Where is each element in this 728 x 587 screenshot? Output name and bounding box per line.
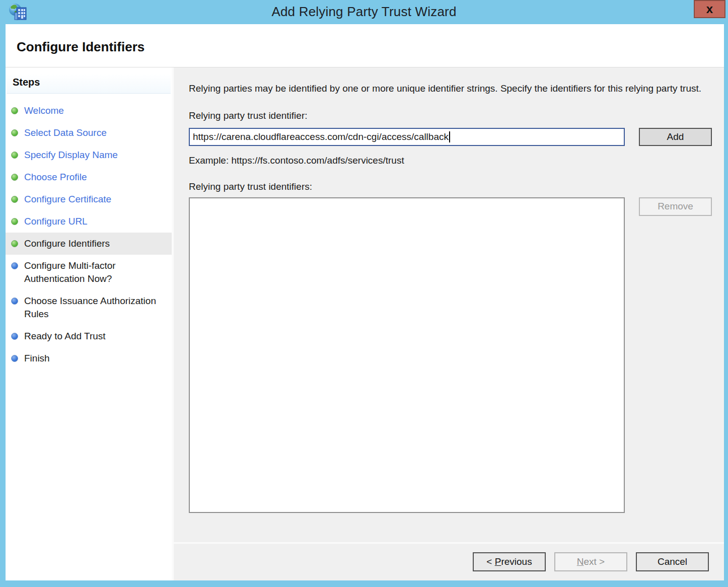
step-label: Welcome xyxy=(24,104,64,117)
page-description: Relying parties may be identified by one… xyxy=(189,82,707,95)
step-label: Configure Multi-factor Authentication No… xyxy=(24,259,170,285)
step-bullet-icon xyxy=(11,333,18,340)
step-label: Choose Profile xyxy=(24,171,87,184)
step-item-welcome: Welcome xyxy=(6,100,172,122)
step-bullet-icon xyxy=(11,355,18,362)
step-label: Configure URL xyxy=(24,215,88,228)
next-button[interactable]: Next > xyxy=(554,552,627,571)
step-bullet-icon xyxy=(11,240,18,247)
cancel-button[interactable]: Cancel xyxy=(636,552,709,571)
steps-panel: Steps WelcomeSelect Data SourceSpecify D… xyxy=(6,67,172,580)
page-title: Configure Identifiers xyxy=(6,24,724,55)
identifier-input[interactable]: https://carena.cloudflareaccess.com/cdn-… xyxy=(189,128,625,146)
window-title: Add Relying Party Trust Wizard xyxy=(0,0,728,24)
wizard-footer: < Previous Next > Cancel xyxy=(174,542,724,580)
step-item-choose-issuance-authorization-rules: Choose Issuance Authorization Rules xyxy=(6,290,172,325)
main-panel: Relying parties may be identified by one… xyxy=(172,67,724,580)
step-item-configure-identifiers: Configure Identifiers xyxy=(6,233,172,255)
example-text: Example: https://fs.contoso.com/adfs/ser… xyxy=(189,155,712,166)
step-label: Configure Certificate xyxy=(24,193,111,206)
step-bullet-icon xyxy=(11,129,18,136)
step-bullet-icon xyxy=(11,174,18,181)
remove-button[interactable]: Remove xyxy=(639,197,712,216)
steps-list: WelcomeSelect Data SourceSpecify Display… xyxy=(6,94,172,370)
step-item-configure-multi-factor-authentication-now: Configure Multi-factor Authentication No… xyxy=(6,255,172,290)
step-label: Ready to Add Trust xyxy=(24,330,106,343)
step-item-ready-to-add-trust: Ready to Add Trust xyxy=(6,325,172,347)
steps-panel-title: Steps xyxy=(7,74,171,94)
step-label: Choose Issuance Authorization Rules xyxy=(24,295,170,321)
text-caret xyxy=(449,131,450,142)
identifiers-listbox[interactable] xyxy=(189,197,625,513)
page-header: Configure Identifiers xyxy=(6,24,724,67)
step-bullet-icon xyxy=(11,107,18,114)
previous-button[interactable]: < Previous xyxy=(473,552,546,571)
step-bullet-icon xyxy=(11,196,18,203)
step-bullet-icon xyxy=(11,152,18,159)
step-item-configure-url: Configure URL xyxy=(6,210,172,233)
step-item-finish: Finish xyxy=(6,347,172,370)
step-label: Select Data Source xyxy=(24,126,107,139)
identifier-input-label: Relying party trust identifier: xyxy=(189,110,712,121)
identifiers-list-label: Relying party trust identifiers: xyxy=(189,181,712,192)
step-item-specify-display-name: Specify Display Name xyxy=(6,144,172,166)
identifier-input-value: https://carena.cloudflareaccess.com/cdn-… xyxy=(193,131,449,142)
wizard-body: Configure Identifiers Steps WelcomeSelec… xyxy=(6,24,724,580)
step-label: Specify Display Name xyxy=(24,149,118,162)
close-button[interactable]: x xyxy=(694,0,725,18)
step-item-configure-certificate: Configure Certificate xyxy=(6,188,172,210)
add-button[interactable]: Add xyxy=(639,128,712,146)
step-label: Configure Identifiers xyxy=(24,237,110,250)
step-label: Finish xyxy=(24,352,50,365)
window-titlebar: Add Relying Party Trust Wizard x xyxy=(0,0,728,24)
step-item-select-data-source: Select Data Source xyxy=(6,122,172,144)
step-bullet-icon xyxy=(11,262,18,269)
step-bullet-icon xyxy=(11,218,18,225)
step-bullet-icon xyxy=(11,298,18,305)
step-item-choose-profile: Choose Profile xyxy=(6,166,172,188)
